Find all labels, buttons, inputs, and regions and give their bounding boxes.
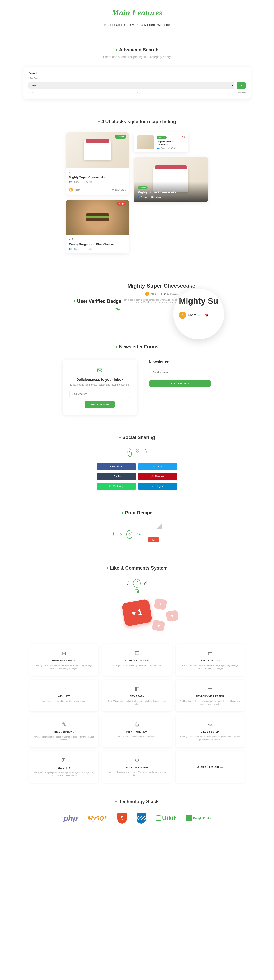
whatsapp-button[interactable]: ✆ WhatsApp bbox=[97, 482, 136, 490]
heart-icon[interactable]: ♡ bbox=[133, 579, 141, 588]
zoom-author-name: Karim bbox=[188, 313, 196, 317]
author-avatar[interactable]: K bbox=[69, 188, 73, 192]
servings: 👥 4 Serv. bbox=[138, 196, 147, 198]
feature-icon: ☺ bbox=[106, 757, 168, 763]
feature-card: ☺ FOLLOW SYSTEM You can follow your best… bbox=[102, 751, 171, 783]
print-icon[interactable]: ⎙ bbox=[144, 581, 147, 586]
subtitle: Best Features To Make a Modern Website bbox=[24, 23, 250, 27]
search-select[interactable]: Select bbox=[29, 82, 234, 89]
tech-html5: 5 bbox=[117, 813, 127, 824]
feature-title: LIKES SYSTEM bbox=[179, 730, 241, 733]
section-title-search: Advanced Search bbox=[116, 47, 158, 53]
verified-recipe-title: Mighty Super Cheesecake bbox=[122, 283, 201, 289]
recipe-card-4[interactable]: Desserts Mighty Super Cheesecake 👥 4 Ser… bbox=[134, 157, 208, 202]
search-submit[interactable]: SEARCH bbox=[238, 92, 245, 94]
newsletter-card-1: ✉ Deliciousness to your inbox Enjoy week… bbox=[63, 360, 137, 415]
feature-icon: ◧ bbox=[106, 686, 168, 692]
category-tag[interactable]: Desserts bbox=[138, 186, 148, 189]
search-plus-button[interactable]: + bbox=[237, 82, 245, 89]
feature-title: SEARCH FUNCTION bbox=[106, 659, 168, 662]
recipe-card-1[interactable]: Desserts ♥1 Mighty Super Cheesecake 👥 4 … bbox=[66, 132, 129, 195]
email-input[interactable] bbox=[70, 390, 130, 398]
section-title-tech: Technology Stack bbox=[115, 799, 158, 805]
print-section: Print Recipe ⤴ ♡ ⎙ ↷ PDF bbox=[24, 510, 250, 545]
zoom-title: Mighty Su bbox=[179, 296, 219, 306]
section-title-verified: User Verified Badge bbox=[73, 298, 121, 304]
tumblr-button[interactable]: t Tumblr bbox=[97, 473, 136, 480]
email-input[interactable] bbox=[149, 368, 211, 377]
section-title-blocks: 4 UI blocks style for recipe listing bbox=[98, 118, 176, 125]
heart-icon[interactable]: ♥ bbox=[69, 238, 70, 240]
feature-card: ✎ THEME OPTIONS Advanced theme options p… bbox=[29, 715, 98, 747]
servings: 👥 4 Serv. bbox=[69, 248, 79, 250]
feature-card: ⇄ FILTER FUNCTION Friendly Admin Dashboa… bbox=[176, 644, 245, 676]
verified-icon: ✓ bbox=[158, 293, 160, 295]
recipe-card-3[interactable]: Burger ♥0 Crispy Burger with Blue Cheese… bbox=[66, 199, 129, 253]
search-any[interactable]: Any bbox=[137, 92, 140, 94]
like-bubble: ♥ 1 ♥ ♥ ♥ bbox=[123, 601, 151, 624]
header-section: Main Features Best Features To Make a Mo… bbox=[24, 8, 250, 27]
subscribe-button[interactable]: SUSCRIBE NOW bbox=[85, 401, 115, 408]
feature-icon: ⎙ bbox=[106, 721, 168, 727]
pdf-icon: PDF bbox=[145, 524, 162, 545]
feature-icon: ✎ bbox=[33, 721, 95, 728]
share-icon[interactable]: ⤴ bbox=[112, 532, 114, 537]
section-title-social: Social Sharing bbox=[119, 434, 155, 441]
feature-desc: The recipes list can filtered by categor… bbox=[106, 664, 168, 667]
feature-icon: ⊞ bbox=[33, 650, 95, 656]
heart-icon[interactable]: ♥ bbox=[182, 135, 183, 138]
subscribe-button[interactable]: SUSCRIBE NOW bbox=[149, 380, 211, 388]
recipe-title: Mighty Super Cheesecake bbox=[69, 175, 126, 179]
recipe-card-2[interactable]: Desserts ♥0 Mighty Super Cheesecake 👥 4 … bbox=[134, 132, 188, 152]
share-icon[interactable]: ⤴ bbox=[127, 581, 129, 586]
search-meta: 9 Total Recipes bbox=[29, 77, 245, 79]
author-avatar[interactable]: K bbox=[145, 292, 149, 296]
feature-desc: Red Food on all devices works with all t… bbox=[179, 700, 241, 706]
much-more-card: & MUCH MORE... bbox=[176, 751, 245, 783]
tech-uikit: Uikit bbox=[156, 815, 176, 822]
search-shown: 9 to 9 shown bbox=[29, 92, 38, 94]
print-icon[interactable]: ⎙ bbox=[126, 530, 133, 539]
heart-icon[interactable]: ♡ bbox=[118, 532, 122, 537]
newsletter-desc: Enjoy weekly hand picked recipes and rec… bbox=[70, 383, 130, 386]
category-tag[interactable]: Desserts bbox=[157, 136, 167, 139]
facebook-button[interactable]: f Facebook bbox=[97, 463, 136, 470]
recipe-image: Burger bbox=[66, 199, 129, 235]
zoom-avatar: K bbox=[179, 312, 186, 319]
feature-title: THEME OPTIONS bbox=[33, 731, 95, 733]
feature-card: ◧ SEO READY Best SEO practices included … bbox=[102, 680, 171, 711]
section-title-print: Print Recipe bbox=[122, 510, 152, 516]
feature-card: ☺ LIKES SYSTEM When you click on the lik… bbox=[176, 715, 245, 747]
pinterest-button[interactable]: 📌 Pinterest bbox=[138, 473, 177, 480]
features-grid: ⊞ ADMIN DASHBOARD Friendly Admin Dashboa… bbox=[29, 644, 245, 783]
feature-card: ⊞ ADMIN DASHBOARD Friendly Admin Dashboa… bbox=[29, 644, 98, 676]
author-name: Karim bbox=[74, 189, 80, 191]
card-date: 📅 18.04.2021 bbox=[112, 189, 126, 191]
feature-icon: ⛨ bbox=[33, 757, 95, 764]
feature-desc: Advanced theme options panel. It has you… bbox=[33, 735, 95, 741]
heart-icon[interactable]: ♡ bbox=[135, 449, 140, 457]
category-tag[interactable]: Desserts bbox=[115, 135, 126, 138]
telegram-button[interactable]: ✈ Telegram bbox=[138, 482, 177, 490]
feature-title: RESPONSIVE & RETINA bbox=[179, 695, 241, 698]
feature-title: SEO READY bbox=[106, 695, 168, 698]
twitter-button[interactable]: 🐦 Twitter bbox=[138, 463, 177, 470]
feature-title: SECURITY bbox=[33, 766, 95, 769]
feature-desc: A recipe can be saved to favorite to be … bbox=[33, 700, 95, 703]
feature-desc: When you click on the like button you ar… bbox=[179, 735, 241, 741]
small-bubble: ♥ bbox=[154, 598, 167, 610]
category-tag[interactable]: Burger bbox=[116, 202, 126, 205]
time: 🕐 30 Min bbox=[82, 248, 92, 250]
heart-icon[interactable]: ♥ bbox=[69, 171, 70, 173]
zoom-preview: Mighty Su K Karim ✓ 📅 bbox=[173, 288, 224, 339]
feature-title: FILTER FUNCTION bbox=[179, 659, 241, 662]
share-icon[interactable]: ⤴ bbox=[127, 448, 132, 457]
print-icon[interactable]: ⎙ bbox=[144, 449, 146, 457]
feature-card: ⚀ SEARCH FUNCTION The recipes list can f… bbox=[102, 644, 171, 676]
newsletter-card-2: Newsletter SUSCRIBE NOW bbox=[149, 360, 211, 388]
heart-icon: ♥ bbox=[131, 609, 136, 617]
recipe-image bbox=[136, 135, 154, 149]
like-count: 1 bbox=[137, 607, 143, 617]
section-title-newsletter: Newsletter Forms bbox=[116, 344, 158, 350]
main-title: Main Features bbox=[112, 8, 162, 18]
